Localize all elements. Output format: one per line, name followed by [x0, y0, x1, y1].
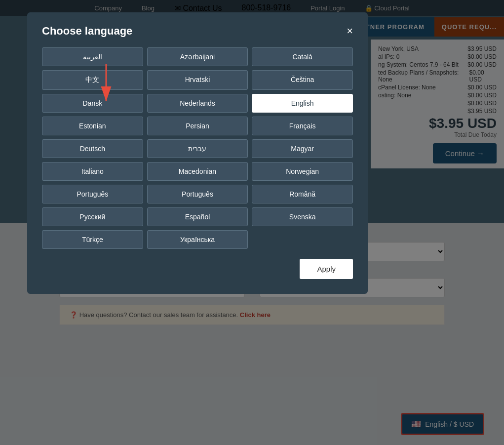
lang-magyar[interactable]: Magyar	[252, 139, 353, 158]
lang-romana[interactable]: Română	[252, 185, 353, 203]
lang-russian[interactable]: Русский	[42, 207, 143, 226]
lang-persian[interactable]: Persian	[147, 117, 248, 135]
lang-francais[interactable]: Français	[252, 117, 353, 135]
lang-espanol[interactable]: Español	[147, 207, 248, 226]
lang-azerbaijani[interactable]: Azərbaijani	[147, 47, 248, 66]
modal-header: Choose language ×	[42, 25, 353, 38]
lang-empty	[252, 230, 353, 249]
lang-portuguese[interactable]: Português	[42, 185, 143, 203]
lang-hebrew[interactable]: עברית	[147, 139, 248, 158]
lang-chinese[interactable]: 中文	[42, 70, 143, 90]
lang-cestina[interactable]: Čeština	[252, 70, 353, 90]
lang-nederlands[interactable]: Nederlands	[147, 94, 248, 113]
lang-turkish[interactable]: Türkçe	[42, 230, 143, 249]
apply-button[interactable]: Apply	[300, 259, 353, 279]
language-grid: العربية Azərbaijani Català 中文 Hrvatski Č…	[42, 47, 353, 249]
lang-arabic[interactable]: العربية	[42, 47, 143, 66]
lang-english[interactable]: English	[252, 94, 353, 113]
lang-norwegian[interactable]: Norwegian	[252, 162, 353, 181]
modal-title: Choose language	[42, 25, 132, 38]
modal-overlay: Choose language × العربية Azərbaijani Ca…	[0, 0, 504, 445]
language-modal: Choose language × العربية Azərbaijani Ca…	[27, 12, 368, 294]
lang-catala[interactable]: Català	[252, 47, 353, 66]
lang-italiano[interactable]: Italiano	[42, 162, 143, 181]
lang-hrvatski[interactable]: Hrvatski	[147, 70, 248, 90]
lang-dansk[interactable]: Dansk	[42, 94, 143, 113]
lang-macedonian[interactable]: Macedonian	[147, 162, 248, 181]
lang-ukrainian[interactable]: Українська	[147, 230, 248, 249]
lang-portuguese2[interactable]: Português	[147, 185, 248, 203]
lang-deutsch[interactable]: Deutsch	[42, 139, 143, 158]
lang-estonian[interactable]: Estonian	[42, 117, 143, 135]
close-modal-button[interactable]: ×	[347, 26, 353, 37]
lang-svenska[interactable]: Svenska	[252, 207, 353, 226]
